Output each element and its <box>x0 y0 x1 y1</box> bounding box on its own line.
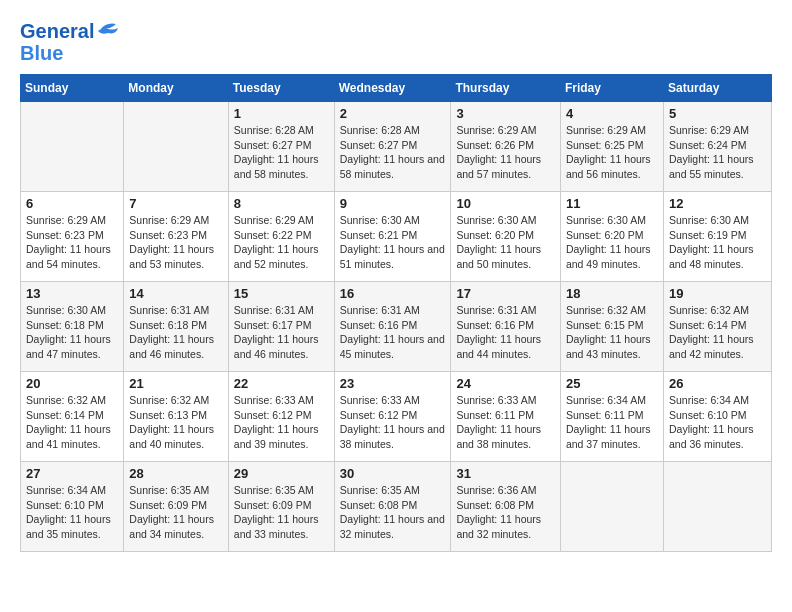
day-number: 21 <box>129 376 222 391</box>
day-info: Sunrise: 6:32 AM Sunset: 6:15 PM Dayligh… <box>566 303 658 362</box>
day-info: Sunrise: 6:30 AM Sunset: 6:20 PM Dayligh… <box>566 213 658 272</box>
col-header-sunday: Sunday <box>21 75 124 102</box>
calendar-week-row: 27Sunrise: 6:34 AM Sunset: 6:10 PM Dayli… <box>21 462 772 552</box>
day-number: 30 <box>340 466 446 481</box>
calendar-cell: 10Sunrise: 6:30 AM Sunset: 6:20 PM Dayli… <box>451 192 561 282</box>
day-info: Sunrise: 6:33 AM Sunset: 6:12 PM Dayligh… <box>234 393 329 452</box>
day-info: Sunrise: 6:29 AM Sunset: 6:23 PM Dayligh… <box>26 213 118 272</box>
day-info: Sunrise: 6:34 AM Sunset: 6:10 PM Dayligh… <box>26 483 118 542</box>
day-number: 25 <box>566 376 658 391</box>
day-number: 24 <box>456 376 555 391</box>
calendar-cell: 27Sunrise: 6:34 AM Sunset: 6:10 PM Dayli… <box>21 462 124 552</box>
calendar-week-row: 6Sunrise: 6:29 AM Sunset: 6:23 PM Daylig… <box>21 192 772 282</box>
calendar-week-row: 13Sunrise: 6:30 AM Sunset: 6:18 PM Dayli… <box>21 282 772 372</box>
calendar-cell: 22Sunrise: 6:33 AM Sunset: 6:12 PM Dayli… <box>228 372 334 462</box>
logo-blue-text: Blue <box>20 42 63 64</box>
calendar-cell <box>560 462 663 552</box>
day-info: Sunrise: 6:29 AM Sunset: 6:22 PM Dayligh… <box>234 213 329 272</box>
calendar-table: SundayMondayTuesdayWednesdayThursdayFrid… <box>20 74 772 552</box>
day-number: 7 <box>129 196 222 211</box>
calendar-week-row: 1Sunrise: 6:28 AM Sunset: 6:27 PM Daylig… <box>21 102 772 192</box>
day-number: 19 <box>669 286 766 301</box>
calendar-cell: 3Sunrise: 6:29 AM Sunset: 6:26 PM Daylig… <box>451 102 561 192</box>
logo: General Blue <box>20 20 124 64</box>
day-number: 13 <box>26 286 118 301</box>
day-info: Sunrise: 6:35 AM Sunset: 6:09 PM Dayligh… <box>129 483 222 542</box>
day-info: Sunrise: 6:28 AM Sunset: 6:27 PM Dayligh… <box>234 123 329 182</box>
day-info: Sunrise: 6:33 AM Sunset: 6:12 PM Dayligh… <box>340 393 446 452</box>
day-info: Sunrise: 6:31 AM Sunset: 6:16 PM Dayligh… <box>456 303 555 362</box>
calendar-cell: 23Sunrise: 6:33 AM Sunset: 6:12 PM Dayli… <box>334 372 451 462</box>
day-number: 20 <box>26 376 118 391</box>
col-header-friday: Friday <box>560 75 663 102</box>
day-info: Sunrise: 6:36 AM Sunset: 6:08 PM Dayligh… <box>456 483 555 542</box>
day-number: 9 <box>340 196 446 211</box>
day-number: 3 <box>456 106 555 121</box>
day-number: 27 <box>26 466 118 481</box>
page-header: General Blue <box>20 20 772 64</box>
day-number: 6 <box>26 196 118 211</box>
calendar-cell: 18Sunrise: 6:32 AM Sunset: 6:15 PM Dayli… <box>560 282 663 372</box>
day-info: Sunrise: 6:35 AM Sunset: 6:09 PM Dayligh… <box>234 483 329 542</box>
logo-bird-icon <box>96 20 124 38</box>
day-info: Sunrise: 6:34 AM Sunset: 6:10 PM Dayligh… <box>669 393 766 452</box>
day-number: 10 <box>456 196 555 211</box>
day-info: Sunrise: 6:30 AM Sunset: 6:21 PM Dayligh… <box>340 213 446 272</box>
day-info: Sunrise: 6:32 AM Sunset: 6:13 PM Dayligh… <box>129 393 222 452</box>
col-header-thursday: Thursday <box>451 75 561 102</box>
calendar-cell: 30Sunrise: 6:35 AM Sunset: 6:08 PM Dayli… <box>334 462 451 552</box>
calendar-cell: 16Sunrise: 6:31 AM Sunset: 6:16 PM Dayli… <box>334 282 451 372</box>
day-info: Sunrise: 6:32 AM Sunset: 6:14 PM Dayligh… <box>669 303 766 362</box>
calendar-cell: 11Sunrise: 6:30 AM Sunset: 6:20 PM Dayli… <box>560 192 663 282</box>
day-number: 28 <box>129 466 222 481</box>
day-number: 15 <box>234 286 329 301</box>
day-number: 1 <box>234 106 329 121</box>
day-number: 2 <box>340 106 446 121</box>
calendar-cell: 24Sunrise: 6:33 AM Sunset: 6:11 PM Dayli… <box>451 372 561 462</box>
col-header-monday: Monday <box>124 75 228 102</box>
col-header-wednesday: Wednesday <box>334 75 451 102</box>
col-header-saturday: Saturday <box>663 75 771 102</box>
day-number: 18 <box>566 286 658 301</box>
day-number: 22 <box>234 376 329 391</box>
day-number: 8 <box>234 196 329 211</box>
day-number: 11 <box>566 196 658 211</box>
day-number: 31 <box>456 466 555 481</box>
day-info: Sunrise: 6:30 AM Sunset: 6:20 PM Dayligh… <box>456 213 555 272</box>
day-number: 26 <box>669 376 766 391</box>
day-number: 14 <box>129 286 222 301</box>
calendar-header-row: SundayMondayTuesdayWednesdayThursdayFrid… <box>21 75 772 102</box>
calendar-cell <box>21 102 124 192</box>
day-number: 12 <box>669 196 766 211</box>
calendar-cell: 6Sunrise: 6:29 AM Sunset: 6:23 PM Daylig… <box>21 192 124 282</box>
logo-general-text: General <box>20 20 94 42</box>
calendar-cell: 14Sunrise: 6:31 AM Sunset: 6:18 PM Dayli… <box>124 282 228 372</box>
calendar-week-row: 20Sunrise: 6:32 AM Sunset: 6:14 PM Dayli… <box>21 372 772 462</box>
calendar-cell: 13Sunrise: 6:30 AM Sunset: 6:18 PM Dayli… <box>21 282 124 372</box>
day-info: Sunrise: 6:31 AM Sunset: 6:17 PM Dayligh… <box>234 303 329 362</box>
calendar-cell <box>663 462 771 552</box>
day-info: Sunrise: 6:34 AM Sunset: 6:11 PM Dayligh… <box>566 393 658 452</box>
calendar-cell: 12Sunrise: 6:30 AM Sunset: 6:19 PM Dayli… <box>663 192 771 282</box>
calendar-cell: 7Sunrise: 6:29 AM Sunset: 6:23 PM Daylig… <box>124 192 228 282</box>
day-info: Sunrise: 6:28 AM Sunset: 6:27 PM Dayligh… <box>340 123 446 182</box>
day-info: Sunrise: 6:30 AM Sunset: 6:19 PM Dayligh… <box>669 213 766 272</box>
day-number: 4 <box>566 106 658 121</box>
calendar-cell: 8Sunrise: 6:29 AM Sunset: 6:22 PM Daylig… <box>228 192 334 282</box>
calendar-cell: 1Sunrise: 6:28 AM Sunset: 6:27 PM Daylig… <box>228 102 334 192</box>
calendar-cell: 17Sunrise: 6:31 AM Sunset: 6:16 PM Dayli… <box>451 282 561 372</box>
day-number: 29 <box>234 466 329 481</box>
calendar-cell: 21Sunrise: 6:32 AM Sunset: 6:13 PM Dayli… <box>124 372 228 462</box>
calendar-cell: 9Sunrise: 6:30 AM Sunset: 6:21 PM Daylig… <box>334 192 451 282</box>
calendar-cell: 28Sunrise: 6:35 AM Sunset: 6:09 PM Dayli… <box>124 462 228 552</box>
col-header-tuesday: Tuesday <box>228 75 334 102</box>
calendar-cell: 29Sunrise: 6:35 AM Sunset: 6:09 PM Dayli… <box>228 462 334 552</box>
calendar-cell: 25Sunrise: 6:34 AM Sunset: 6:11 PM Dayli… <box>560 372 663 462</box>
day-number: 16 <box>340 286 446 301</box>
calendar-cell: 2Sunrise: 6:28 AM Sunset: 6:27 PM Daylig… <box>334 102 451 192</box>
calendar-cell: 4Sunrise: 6:29 AM Sunset: 6:25 PM Daylig… <box>560 102 663 192</box>
day-number: 17 <box>456 286 555 301</box>
day-info: Sunrise: 6:32 AM Sunset: 6:14 PM Dayligh… <box>26 393 118 452</box>
calendar-cell: 26Sunrise: 6:34 AM Sunset: 6:10 PM Dayli… <box>663 372 771 462</box>
calendar-cell: 15Sunrise: 6:31 AM Sunset: 6:17 PM Dayli… <box>228 282 334 372</box>
